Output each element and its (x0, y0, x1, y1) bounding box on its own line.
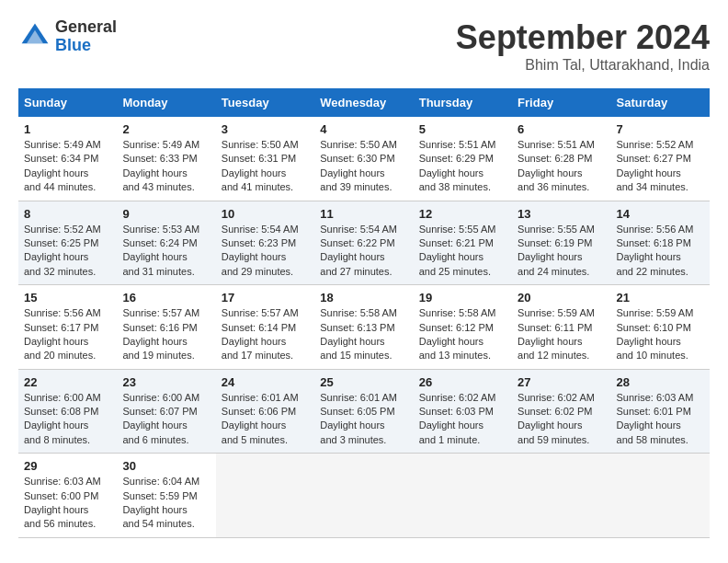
calendar-cell: 6Sunrise: 5:51 AMSunset: 6:28 PMDaylight… (512, 117, 610, 201)
day-number: 19 (419, 291, 506, 304)
day-number: 29 (24, 459, 111, 473)
day-info: Sunrise: 5:58 AMSunset: 6:12 PMDaylight … (419, 306, 506, 363)
day-info: Sunrise: 5:49 AMSunset: 6:34 PMDaylight … (24, 138, 111, 195)
calendar-cell: 30Sunrise: 6:04 AMSunset: 5:59 PMDayligh… (117, 454, 215, 538)
day-info: Sunrise: 6:00 AMSunset: 6:08 PMDaylight … (24, 391, 111, 448)
calendar-cell: 4Sunrise: 5:50 AMSunset: 6:30 PMDaylight… (314, 117, 413, 201)
calendar-cell: 23Sunrise: 6:00 AMSunset: 6:07 PMDayligh… (117, 369, 215, 454)
day-number: 9 (122, 207, 210, 221)
calendar-cell: 28Sunrise: 6:03 AMSunset: 6:01 PMDayligh… (611, 369, 710, 454)
day-info: Sunrise: 6:01 AMSunset: 6:06 PMDaylight … (222, 391, 309, 448)
day-info: Sunrise: 5:56 AMSunset: 6:18 PMDaylight … (617, 223, 704, 280)
calendar-cell: 21Sunrise: 5:59 AMSunset: 6:10 PMDayligh… (611, 285, 710, 370)
logo-icon (18, 20, 51, 53)
calendar-cell: 27Sunrise: 6:02 AMSunset: 6:02 PMDayligh… (512, 369, 610, 454)
header-monday: Monday (117, 88, 215, 117)
calendar-cell: 8Sunrise: 5:52 AMSunset: 6:25 PMDaylight… (18, 201, 117, 285)
day-info: Sunrise: 5:54 AMSunset: 6:22 PMDaylight … (320, 223, 407, 280)
day-number: 24 (222, 375, 309, 389)
calendar-cell: 26Sunrise: 6:02 AMSunset: 6:03 PMDayligh… (414, 369, 512, 454)
calendar-header-row: SundayMondayTuesdayWednesdayThursdayFrid… (18, 88, 710, 117)
calendar-cell: 13Sunrise: 5:55 AMSunset: 6:19 PMDayligh… (512, 201, 610, 285)
day-number: 22 (24, 375, 111, 389)
day-number: 21 (617, 291, 704, 304)
calendar-cell: 11Sunrise: 5:54 AMSunset: 6:22 PMDayligh… (314, 201, 413, 285)
calendar-cell: 15Sunrise: 5:56 AMSunset: 6:17 PMDayligh… (18, 285, 117, 370)
header-friday: Friday (512, 88, 610, 117)
calendar-cell: 14Sunrise: 5:56 AMSunset: 6:18 PMDayligh… (611, 201, 710, 285)
logo-general: General (55, 18, 117, 37)
header-wednesday: Wednesday (314, 88, 413, 117)
day-number: 10 (222, 207, 309, 221)
calendar-cell: 3Sunrise: 5:50 AMSunset: 6:31 PMDaylight… (216, 117, 314, 201)
day-info: Sunrise: 6:03 AMSunset: 6:01 PMDaylight … (617, 391, 704, 448)
day-number: 28 (617, 375, 704, 389)
calendar-cell: 22Sunrise: 6:00 AMSunset: 6:08 PMDayligh… (18, 369, 117, 454)
day-info: Sunrise: 5:52 AMSunset: 6:27 PMDaylight … (617, 138, 704, 195)
title-area: September 2024 Bhim Tal, Uttarakhand, In… (456, 18, 710, 74)
day-number: 15 (24, 291, 111, 304)
calendar-cell: 17Sunrise: 5:57 AMSunset: 6:14 PMDayligh… (216, 285, 314, 370)
header-saturday: Saturday (611, 88, 710, 117)
day-number: 4 (320, 122, 407, 136)
day-info: Sunrise: 6:01 AMSunset: 6:05 PMDaylight … (320, 391, 407, 448)
logo: General Blue (18, 18, 117, 55)
calendar-cell: 2Sunrise: 5:49 AMSunset: 6:33 PMDaylight… (117, 117, 215, 201)
header-sunday: Sunday (18, 88, 117, 117)
month-title: September 2024 (456, 18, 710, 57)
day-info: Sunrise: 5:51 AMSunset: 6:29 PMDaylight … (419, 138, 506, 195)
calendar-cell: 1Sunrise: 5:49 AMSunset: 6:34 PMDaylight… (18, 117, 117, 201)
header-tuesday: Tuesday (216, 88, 314, 117)
calendar-cell: 24Sunrise: 6:01 AMSunset: 6:06 PMDayligh… (216, 369, 314, 454)
calendar-week-row: 8Sunrise: 5:52 AMSunset: 6:25 PMDaylight… (18, 201, 710, 285)
day-info: Sunrise: 5:59 AMSunset: 6:10 PMDaylight … (617, 306, 704, 363)
calendar-week-row: 15Sunrise: 5:56 AMSunset: 6:17 PMDayligh… (18, 285, 710, 370)
location-subtitle: Bhim Tal, Uttarakhand, India (456, 57, 710, 74)
day-info: Sunrise: 6:02 AMSunset: 6:02 PMDaylight … (518, 391, 605, 448)
day-number: 16 (122, 291, 210, 304)
calendar-cell (314, 454, 413, 538)
calendar-cell: 5Sunrise: 5:51 AMSunset: 6:29 PMDaylight… (414, 117, 512, 201)
calendar-cell: 18Sunrise: 5:58 AMSunset: 6:13 PMDayligh… (314, 285, 413, 370)
day-number: 26 (419, 375, 506, 389)
day-number: 27 (518, 375, 605, 389)
logo-blue: Blue (55, 37, 117, 55)
day-info: Sunrise: 5:55 AMSunset: 6:21 PMDaylight … (419, 223, 506, 280)
day-info: Sunrise: 5:50 AMSunset: 6:31 PMDaylight … (222, 138, 309, 195)
calendar-cell: 25Sunrise: 6:01 AMSunset: 6:05 PMDayligh… (314, 369, 413, 454)
day-number: 17 (222, 291, 309, 304)
day-number: 13 (518, 207, 605, 221)
day-number: 14 (617, 207, 704, 221)
day-number: 5 (419, 122, 506, 136)
calendar-cell: 9Sunrise: 5:53 AMSunset: 6:24 PMDaylight… (117, 201, 215, 285)
calendar-cell (414, 454, 512, 538)
day-info: Sunrise: 5:51 AMSunset: 6:28 PMDaylight … (518, 138, 605, 195)
day-info: Sunrise: 5:58 AMSunset: 6:13 PMDaylight … (320, 306, 407, 363)
calendar-week-row: 22Sunrise: 6:00 AMSunset: 6:08 PMDayligh… (18, 369, 710, 454)
day-number: 3 (222, 122, 309, 136)
calendar-cell (611, 454, 710, 538)
day-number: 25 (320, 375, 407, 389)
day-info: Sunrise: 5:53 AMSunset: 6:24 PMDaylight … (122, 223, 210, 280)
day-info: Sunrise: 5:49 AMSunset: 6:33 PMDaylight … (122, 138, 210, 195)
calendar-week-row: 29Sunrise: 6:03 AMSunset: 6:00 PMDayligh… (18, 454, 710, 538)
day-info: Sunrise: 6:00 AMSunset: 6:07 PMDaylight … (122, 391, 210, 448)
day-info: Sunrise: 5:52 AMSunset: 6:25 PMDaylight … (24, 223, 111, 280)
calendar-cell: 20Sunrise: 5:59 AMSunset: 6:11 PMDayligh… (512, 285, 610, 370)
day-info: Sunrise: 5:57 AMSunset: 6:16 PMDaylight … (122, 306, 210, 363)
calendar-cell: 7Sunrise: 5:52 AMSunset: 6:27 PMDaylight… (611, 117, 710, 201)
day-info: Sunrise: 5:56 AMSunset: 6:17 PMDaylight … (24, 306, 111, 363)
day-number: 20 (518, 291, 605, 304)
day-number: 18 (320, 291, 407, 304)
day-info: Sunrise: 6:02 AMSunset: 6:03 PMDaylight … (419, 391, 506, 448)
day-number: 6 (518, 122, 605, 136)
day-info: Sunrise: 5:57 AMSunset: 6:14 PMDaylight … (222, 306, 309, 363)
calendar-cell: 19Sunrise: 5:58 AMSunset: 6:12 PMDayligh… (414, 285, 512, 370)
day-number: 8 (24, 207, 111, 221)
header-thursday: Thursday (414, 88, 512, 117)
calendar-cell: 29Sunrise: 6:03 AMSunset: 6:00 PMDayligh… (18, 454, 117, 538)
day-number: 2 (122, 122, 210, 136)
logo-text: General Blue (55, 18, 117, 55)
calendar-cell: 12Sunrise: 5:55 AMSunset: 6:21 PMDayligh… (414, 201, 512, 285)
day-number: 11 (320, 207, 407, 221)
